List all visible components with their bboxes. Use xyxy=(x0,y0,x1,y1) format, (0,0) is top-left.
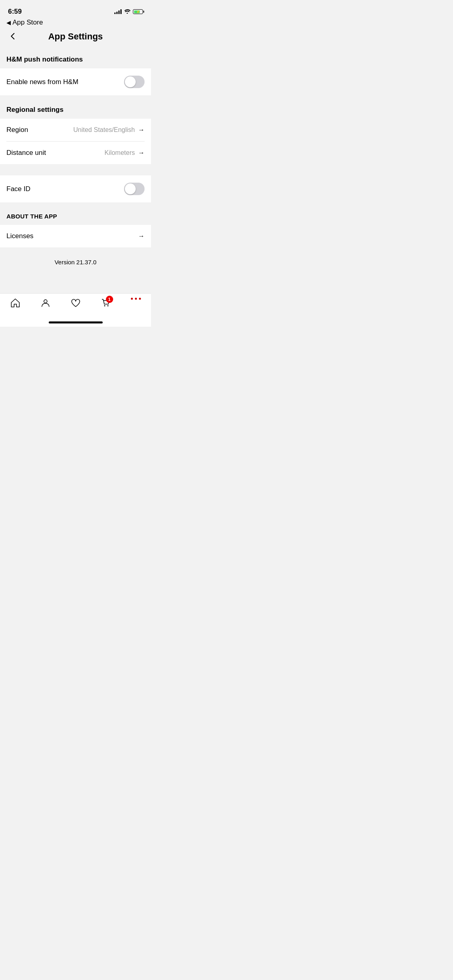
distance-row[interactable]: Distance unit Kilometers → xyxy=(0,142,151,164)
back-arrow-small: ◀ xyxy=(6,19,11,26)
faceid-toggle-knob xyxy=(125,183,136,194)
back-button[interactable] xyxy=(6,30,19,44)
gap-1 xyxy=(0,167,151,175)
home-icon xyxy=(10,298,21,308)
section-regional-title: Regional settings xyxy=(6,106,64,113)
back-nav: ◀ App Store xyxy=(0,18,151,28)
section-regional: Regional settings Region United States/E… xyxy=(0,99,151,164)
heart-icon xyxy=(70,298,81,308)
back-label: App Store xyxy=(12,19,43,27)
home-indicator xyxy=(49,321,103,323)
enable-news-label: Enable news from H&M xyxy=(6,78,79,86)
version-section: Version 21.37.0 xyxy=(0,251,151,274)
page-header: App Settings xyxy=(0,28,151,48)
tab-home[interactable] xyxy=(0,298,30,308)
region-value: United States/English xyxy=(73,126,135,134)
enable-news-row[interactable]: Enable news from H&M xyxy=(0,68,151,95)
licenses-right: → xyxy=(138,233,145,240)
profile-icon xyxy=(40,298,51,308)
cart-badge: 1 xyxy=(106,296,113,303)
tab-wishlist[interactable] xyxy=(60,298,91,308)
distance-arrow: → xyxy=(138,149,145,156)
svg-point-1 xyxy=(104,305,105,307)
tab-cart[interactable]: 1 xyxy=(91,298,121,310)
distance-value: Kilometers xyxy=(104,149,135,156)
licenses-label: Licenses xyxy=(6,232,33,240)
distance-right: Kilometers → xyxy=(104,149,145,156)
status-bar: 6:59 ⚡ xyxy=(0,0,151,18)
section-about: ABOUT THE APP Licenses → xyxy=(0,206,151,247)
region-right: United States/English → xyxy=(73,126,145,134)
status-icons: ⚡ xyxy=(114,9,143,15)
tab-profile[interactable] xyxy=(30,298,60,308)
settings-content: H&M push notifications Enable news from … xyxy=(0,48,151,311)
section-push-notifications: H&M push notifications Enable news from … xyxy=(0,48,151,95)
section-push-title: H&M push notifications xyxy=(6,56,83,63)
region-label: Region xyxy=(6,126,28,134)
wifi-icon xyxy=(124,9,130,15)
status-time: 6:59 xyxy=(8,8,22,16)
section-regional-header: Regional settings xyxy=(0,99,151,119)
distance-label: Distance unit xyxy=(6,149,46,157)
toggle-knob xyxy=(125,76,136,87)
section-about-header: ABOUT THE APP xyxy=(0,206,151,225)
region-arrow: → xyxy=(138,126,145,134)
section-faceid: Face ID xyxy=(0,175,151,202)
more-icon xyxy=(131,298,141,300)
enable-news-toggle[interactable] xyxy=(124,76,145,88)
section-push-header: H&M push notifications xyxy=(0,48,151,68)
tab-more[interactable] xyxy=(121,298,151,300)
page-title: App Settings xyxy=(48,31,103,42)
faceid-row[interactable]: Face ID xyxy=(0,175,151,202)
svg-point-0 xyxy=(44,300,47,303)
faceid-toggle[interactable] xyxy=(124,183,145,195)
section-about-title: ABOUT THE APP xyxy=(6,213,57,220)
region-row[interactable]: Region United States/English → xyxy=(0,119,151,141)
svg-point-2 xyxy=(107,305,108,307)
faceid-label: Face ID xyxy=(6,185,31,193)
version-text: Version 21.37.0 xyxy=(54,259,96,266)
licenses-row[interactable]: Licenses → xyxy=(0,225,151,247)
licenses-arrow: → xyxy=(138,233,145,240)
battery-icon: ⚡ xyxy=(133,9,143,14)
signal-icon xyxy=(114,9,122,14)
